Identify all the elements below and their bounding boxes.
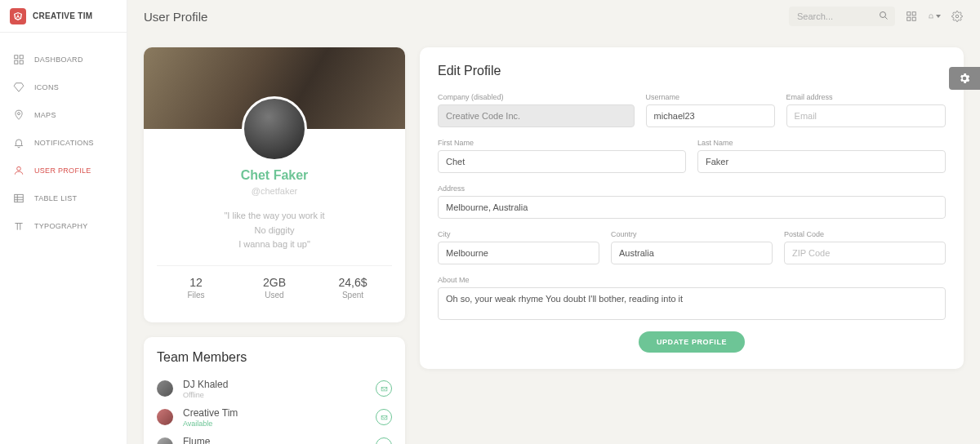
svg-rect-0 [15,56,18,59]
postal-input[interactable] [784,242,946,264]
svg-point-5 [17,166,21,171]
sidebar-item-maps[interactable]: MAPS [0,101,127,129]
country-input[interactable] [611,242,773,264]
team-member: DJ Khaled Offline [157,375,392,403]
sidebar-item-user-profile[interactable]: USER PROFILE [0,157,127,184]
left-column: Chet Faker @chetfaker "I like the way yo… [144,47,405,444]
map-pin-icon [11,109,26,121]
svg-rect-2 [15,60,18,64]
search-wrap [789,7,895,26]
gear-icon [958,72,971,85]
sidebar-item-notifications[interactable]: NOTIFICATIONS [0,129,127,157]
sidebar-item-label: USER PROFILE [34,166,91,175]
avatar [157,437,173,444]
floating-settings-tab[interactable] [949,67,980,90]
sidebar: CREATIVE TIM DASHBOARD ICONS MAPS NOTIFI… [0,0,127,444]
svg-rect-6 [15,194,24,202]
stat-spent: 24,6$ Spent [314,266,392,309]
stat-value: 2GB [238,276,310,289]
svg-rect-14 [907,17,911,20]
city-label: City [438,230,599,238]
quote-line: I wanna bag it up" [157,238,392,252]
svg-rect-1 [20,56,23,59]
team-title: Team Members [157,350,392,365]
brand-logo[interactable] [10,8,26,24]
stat-label: Used [238,291,310,300]
search-icon[interactable] [879,11,889,23]
profile-card: Chet Faker @chetfaker "I like the way yo… [144,47,405,322]
svg-rect-3 [20,60,23,64]
dashboard-icon [11,54,26,65]
profile-handle: @chetfaker [157,186,392,196]
lastname-input[interactable] [697,150,946,173]
topbar-right [789,7,964,26]
sidebar-item-label: TYPOGRAPHY [34,222,88,230]
profile-name: Chet Faker [157,168,392,183]
sidebar-item-typography[interactable]: TYPOGRAPHY [0,212,127,240]
update-profile-button[interactable]: UPDATE PROFILE [639,331,745,353]
sidebar-item-label: NOTIFICATIONS [34,139,94,147]
email-label: Email address [786,93,946,101]
avatar [157,409,173,425]
username-input[interactable] [646,104,775,127]
firstname-label: First Name [438,139,686,147]
sidebar-item-icons[interactable]: ICONS [0,73,127,101]
sidebar-header: CREATIVE TIM [0,0,127,33]
firstname-input[interactable] [438,150,686,173]
quote-line: No diggity [157,224,392,238]
profile-avatar[interactable] [242,96,307,162]
user-icon [11,165,26,176]
message-button[interactable] [376,409,392,425]
sidebar-item-dashboard[interactable]: DASHBOARD [0,46,127,73]
sidebar-item-label: ICONS [34,83,59,91]
company-input [438,104,635,127]
profile-stats: 12 Files 2GB Used 24,6$ Spent [157,265,392,309]
svg-point-10 [880,11,886,17]
chevron-down-icon [936,15,941,18]
grid-icon[interactable] [905,10,918,23]
svg-rect-13 [912,12,915,16]
typography-icon [11,220,26,232]
settings-icon[interactable] [951,10,964,23]
sidebar-item-table-list[interactable]: TABLE LIST [0,184,127,212]
member-info: Flume Busy [183,436,376,444]
about-textarea[interactable] [438,287,946,320]
city-input[interactable] [438,242,599,264]
sidebar-item-label: TABLE LIST [34,194,77,202]
bell-icon [11,137,26,149]
svg-point-4 [18,113,20,115]
stat-label: Spent [317,291,389,300]
country-label: Country [611,230,773,238]
email-input[interactable] [786,104,946,127]
postal-label: Postal Code [784,230,946,238]
stat-value: 12 [160,276,232,289]
content: Chet Faker @chetfaker "I like the way yo… [127,33,980,444]
sidebar-item-label: DASHBOARD [34,56,83,64]
stat-used: 2GB Used [235,266,314,309]
profile-cover [144,47,405,129]
about-label: About Me [438,276,946,284]
avatar [157,380,173,397]
member-status: Offline [183,391,376,399]
notifications-icon[interactable] [928,10,941,23]
diamond-icon [11,82,26,93]
edit-title: Edit Profile [438,64,946,78]
stat-value: 24,6$ [317,276,389,289]
table-icon [11,193,26,204]
edit-profile-card: Edit Profile Company (disabled) Username… [420,47,964,369]
main: User Profile Chet Faker @chetfaker [127,0,980,444]
address-input[interactable] [438,196,946,219]
stat-label: Files [160,291,232,300]
message-button[interactable] [376,437,392,444]
stat-files: 12 Files [157,266,235,309]
sidebar-item-label: MAPS [34,111,56,119]
username-label: Username [646,93,775,101]
message-button[interactable] [376,380,392,397]
brand-name: CREATIVE TIM [33,11,92,20]
profile-quote: "I like the way you work it No diggity I… [157,209,392,252]
team-card: Team Members DJ Khaled Offline Creative … [144,337,405,444]
mail-icon [381,385,388,393]
svg-line-11 [885,16,888,19]
team-member: Flume Busy [157,432,392,444]
svg-rect-12 [907,12,911,16]
